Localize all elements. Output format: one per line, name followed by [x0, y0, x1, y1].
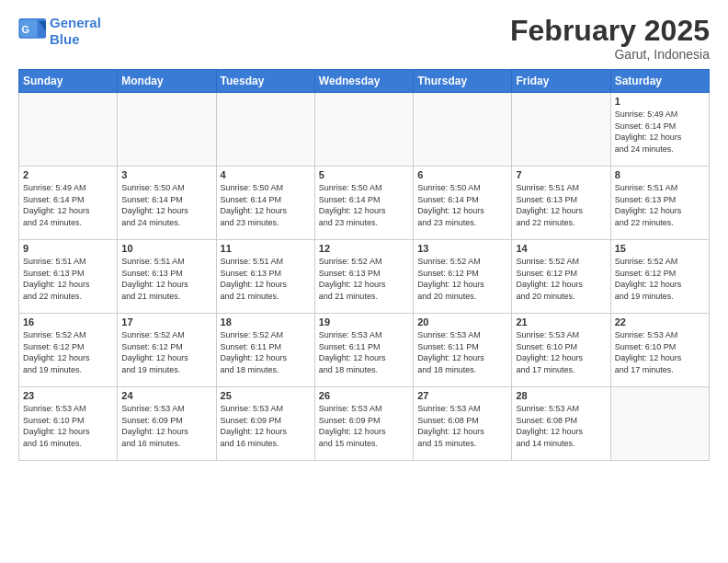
day-cell	[216, 93, 314, 167]
day-info: Sunrise: 5:51 AM Sunset: 6:13 PM Dayligh…	[23, 256, 113, 302]
day-cell: 16Sunrise: 5:52 AM Sunset: 6:12 PM Dayli…	[19, 314, 118, 387]
day-number: 4	[221, 169, 311, 180]
day-cell	[512, 93, 610, 167]
header: G General Blue February 2025 Garut, Indo…	[18, 15, 710, 62]
month-title: February 2025	[510, 15, 710, 47]
day-info: Sunrise: 5:49 AM Sunset: 6:14 PM Dayligh…	[23, 182, 113, 228]
day-cell: 26Sunrise: 5:53 AM Sunset: 6:09 PM Dayli…	[314, 387, 413, 461]
day-number: 5	[319, 169, 409, 180]
logo-text: General Blue	[50, 15, 101, 48]
day-cell: 25Sunrise: 5:53 AM Sunset: 6:09 PM Dayli…	[216, 387, 314, 461]
day-cell: 10Sunrise: 5:51 AM Sunset: 6:13 PM Dayli…	[118, 240, 216, 314]
day-cell	[610, 387, 709, 461]
weekday-saturday: Saturday	[610, 70, 709, 93]
day-number: 18	[221, 316, 311, 327]
weekday-friday: Friday	[512, 70, 610, 93]
day-number: 14	[516, 243, 606, 254]
day-cell: 28Sunrise: 5:53 AM Sunset: 6:08 PM Dayli…	[512, 387, 610, 461]
day-cell: 13Sunrise: 5:52 AM Sunset: 6:12 PM Dayli…	[414, 240, 512, 314]
day-cell	[118, 93, 216, 167]
day-number: 6	[417, 169, 507, 180]
day-number: 15	[615, 243, 705, 254]
day-number: 20	[417, 316, 507, 327]
day-cell: 17Sunrise: 5:52 AM Sunset: 6:12 PM Dayli…	[118, 314, 216, 387]
day-number: 23	[23, 390, 113, 401]
day-info: Sunrise: 5:53 AM Sunset: 6:09 PM Dayligh…	[319, 403, 409, 449]
day-number: 10	[121, 243, 211, 254]
svg-text:G: G	[22, 24, 29, 35]
day-cell: 1Sunrise: 5:49 AM Sunset: 6:14 PM Daylig…	[610, 93, 709, 167]
day-info: Sunrise: 5:52 AM Sunset: 6:12 PM Dayligh…	[615, 256, 705, 302]
day-info: Sunrise: 5:51 AM Sunset: 6:13 PM Dayligh…	[221, 256, 311, 302]
day-cell: 24Sunrise: 5:53 AM Sunset: 6:09 PM Dayli…	[118, 387, 216, 461]
logo: G General Blue	[18, 15, 101, 48]
day-number: 7	[516, 169, 606, 180]
page: G General Blue February 2025 Garut, Indo…	[0, 0, 728, 563]
day-info: Sunrise: 5:51 AM Sunset: 6:13 PM Dayligh…	[615, 182, 705, 228]
title-block: February 2025 Garut, Indonesia	[510, 15, 710, 62]
logo-icon: G	[18, 18, 48, 44]
weekday-sunday: Sunday	[19, 70, 118, 93]
day-number: 27	[417, 390, 507, 401]
day-info: Sunrise: 5:50 AM Sunset: 6:14 PM Dayligh…	[417, 182, 507, 228]
week-row-1: 2Sunrise: 5:49 AM Sunset: 6:14 PM Daylig…	[19, 167, 710, 240]
day-cell: 21Sunrise: 5:53 AM Sunset: 6:10 PM Dayli…	[512, 314, 610, 387]
day-cell: 22Sunrise: 5:53 AM Sunset: 6:10 PM Dayli…	[610, 314, 709, 387]
day-number: 1	[615, 96, 705, 107]
day-number: 3	[121, 169, 211, 180]
day-number: 28	[516, 390, 606, 401]
weekday-thursday: Thursday	[414, 70, 512, 93]
day-cell: 8Sunrise: 5:51 AM Sunset: 6:13 PM Daylig…	[610, 167, 709, 240]
day-cell: 3Sunrise: 5:50 AM Sunset: 6:14 PM Daylig…	[118, 167, 216, 240]
day-info: Sunrise: 5:52 AM Sunset: 6:12 PM Dayligh…	[417, 256, 507, 302]
day-cell: 11Sunrise: 5:51 AM Sunset: 6:13 PM Dayli…	[216, 240, 314, 314]
day-cell: 6Sunrise: 5:50 AM Sunset: 6:14 PM Daylig…	[414, 167, 512, 240]
day-info: Sunrise: 5:53 AM Sunset: 6:09 PM Dayligh…	[221, 403, 311, 449]
day-cell: 5Sunrise: 5:50 AM Sunset: 6:14 PM Daylig…	[314, 167, 413, 240]
day-cell: 19Sunrise: 5:53 AM Sunset: 6:11 PM Dayli…	[314, 314, 413, 387]
day-info: Sunrise: 5:50 AM Sunset: 6:14 PM Dayligh…	[221, 182, 311, 228]
day-number: 25	[221, 390, 311, 401]
day-info: Sunrise: 5:53 AM Sunset: 6:08 PM Dayligh…	[417, 403, 507, 449]
day-number: 26	[319, 390, 409, 401]
day-cell	[314, 93, 413, 167]
day-info: Sunrise: 5:51 AM Sunset: 6:13 PM Dayligh…	[121, 256, 211, 302]
day-number: 8	[615, 169, 705, 180]
day-info: Sunrise: 5:53 AM Sunset: 6:11 PM Dayligh…	[319, 329, 409, 375]
day-cell: 2Sunrise: 5:49 AM Sunset: 6:14 PM Daylig…	[19, 167, 118, 240]
day-cell: 14Sunrise: 5:52 AM Sunset: 6:12 PM Dayli…	[512, 240, 610, 314]
day-info: Sunrise: 5:53 AM Sunset: 6:09 PM Dayligh…	[121, 403, 211, 449]
day-info: Sunrise: 5:53 AM Sunset: 6:10 PM Dayligh…	[23, 403, 113, 449]
day-info: Sunrise: 5:53 AM Sunset: 6:10 PM Dayligh…	[516, 329, 606, 375]
day-number: 22	[615, 316, 705, 327]
day-number: 19	[319, 316, 409, 327]
day-info: Sunrise: 5:50 AM Sunset: 6:14 PM Dayligh…	[319, 182, 409, 228]
calendar: SundayMondayTuesdayWednesdayThursdayFrid…	[18, 69, 710, 461]
day-number: 13	[417, 243, 507, 254]
weekday-monday: Monday	[118, 70, 216, 93]
day-info: Sunrise: 5:53 AM Sunset: 6:08 PM Dayligh…	[516, 403, 606, 449]
day-info: Sunrise: 5:53 AM Sunset: 6:11 PM Dayligh…	[417, 329, 507, 375]
day-cell: 20Sunrise: 5:53 AM Sunset: 6:11 PM Dayli…	[414, 314, 512, 387]
day-number: 21	[516, 316, 606, 327]
day-info: Sunrise: 5:52 AM Sunset: 6:11 PM Dayligh…	[221, 329, 311, 375]
day-number: 24	[121, 390, 211, 401]
day-number: 11	[221, 243, 311, 254]
day-info: Sunrise: 5:52 AM Sunset: 6:12 PM Dayligh…	[516, 256, 606, 302]
day-number: 17	[121, 316, 211, 327]
day-number: 9	[23, 243, 113, 254]
day-cell: 12Sunrise: 5:52 AM Sunset: 6:13 PM Dayli…	[314, 240, 413, 314]
weekday-header-row: SundayMondayTuesdayWednesdayThursdayFrid…	[19, 70, 710, 93]
day-cell: 27Sunrise: 5:53 AM Sunset: 6:08 PM Dayli…	[414, 387, 512, 461]
weekday-tuesday: Tuesday	[216, 70, 314, 93]
weekday-wednesday: Wednesday	[314, 70, 413, 93]
day-info: Sunrise: 5:49 AM Sunset: 6:14 PM Dayligh…	[615, 109, 705, 155]
week-row-3: 16Sunrise: 5:52 AM Sunset: 6:12 PM Dayli…	[19, 314, 710, 387]
day-cell: 23Sunrise: 5:53 AM Sunset: 6:10 PM Dayli…	[19, 387, 118, 461]
day-cell	[414, 93, 512, 167]
day-cell: 18Sunrise: 5:52 AM Sunset: 6:11 PM Dayli…	[216, 314, 314, 387]
week-row-0: 1Sunrise: 5:49 AM Sunset: 6:14 PM Daylig…	[19, 93, 710, 167]
day-cell: 7Sunrise: 5:51 AM Sunset: 6:13 PM Daylig…	[512, 167, 610, 240]
day-info: Sunrise: 5:52 AM Sunset: 6:13 PM Dayligh…	[319, 256, 409, 302]
day-number: 12	[319, 243, 409, 254]
